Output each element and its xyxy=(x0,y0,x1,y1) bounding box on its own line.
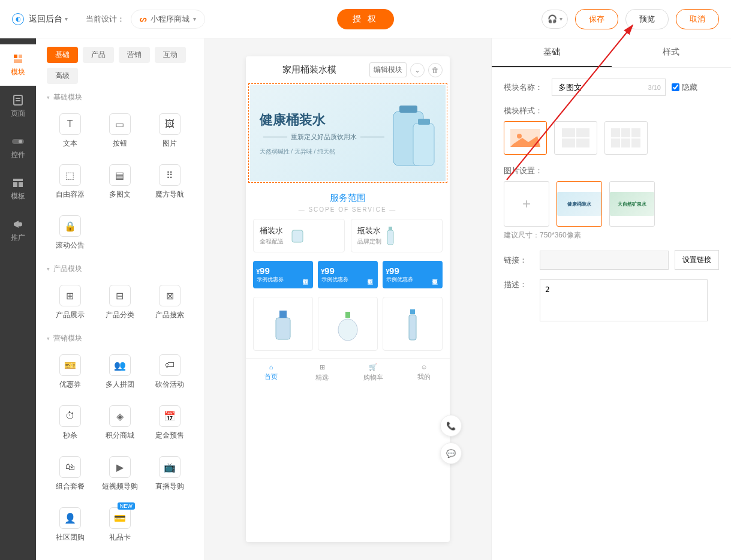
mod-bargain[interactable]: 🏷砍价活动 xyxy=(147,348,193,396)
coupon[interactable]: ¥99示例优惠券立即领取 xyxy=(383,261,443,288)
cat-tab-advanced[interactable]: 高级 xyxy=(47,68,78,84)
button-icon: ▭ xyxy=(109,113,131,135)
svg-rect-22 xyxy=(409,315,416,340)
back-link[interactable]: 返回后台 ▾ xyxy=(29,14,68,25)
authorize-button[interactable]: 授 权 xyxy=(337,9,395,29)
phone-float-button[interactable]: 📞 xyxy=(440,415,462,436)
image-thumb-2[interactable]: 大自然矿泉水 xyxy=(609,181,655,227)
cancel-button[interactable]: 取消 xyxy=(676,9,719,29)
service-card[interactable]: 瓶装水品牌定制 xyxy=(351,219,443,252)
logo-icon: ◐ xyxy=(12,13,24,25)
product-card[interactable] xyxy=(253,297,313,351)
mod-image[interactable]: 🖼图片 xyxy=(147,107,193,155)
selected-module[interactable]: 健康桶装水 重新定义好品质饮用水 天然弱碱性 / 无异味 / 纯天然 xyxy=(248,83,447,183)
hide-checkbox-input[interactable] xyxy=(672,83,679,91)
mod-coupon[interactable]: 🎫优惠券 xyxy=(47,348,93,396)
category-icon: ⊟ xyxy=(109,285,131,306)
thumb-preview: 健康桶装水 xyxy=(557,192,601,216)
svg-rect-30 xyxy=(611,128,620,137)
desc-textarea[interactable] xyxy=(540,279,708,321)
mod-points[interactable]: ◈积分商城 xyxy=(97,399,143,447)
rail-page[interactable]: 页面 xyxy=(0,86,36,127)
mod-live[interactable]: 📺直播导购 xyxy=(147,450,193,498)
tab-profile[interactable]: ☺我的 xyxy=(399,359,450,387)
mod-product-search[interactable]: ⊠产品搜索 xyxy=(147,279,193,326)
coupon[interactable]: ¥99示例优惠券立即领取 xyxy=(253,261,313,288)
mod-label: 产品搜索 xyxy=(155,310,184,320)
product-card[interactable] xyxy=(318,297,378,351)
cat-tab-basic[interactable]: 基础 xyxy=(47,47,78,63)
mod-product-cat[interactable]: ⊟产品分类 xyxy=(97,279,143,326)
svg-rect-29 xyxy=(576,139,589,147)
template-icon xyxy=(11,177,25,189)
mod-button[interactable]: ▭按钮 xyxy=(97,107,143,155)
mod-container[interactable]: ⬚自由容器 xyxy=(47,158,93,206)
set-link-button[interactable]: 设置链接 xyxy=(675,250,719,270)
calendar-icon: 📅 xyxy=(159,405,181,427)
banner-text: 健康桶装水 重新定义好品质饮用水 天然弱碱性 / 无异味 / 纯天然 xyxy=(260,111,388,156)
banner-title: 健康桶装水 xyxy=(260,111,388,129)
hide-checkbox[interactable]: 隐藏 xyxy=(672,82,697,93)
mod-text[interactable]: T文本 xyxy=(47,107,93,155)
link-row: 链接： 设置链接 xyxy=(504,250,719,270)
desc-row: 描述： xyxy=(504,279,719,321)
tab-cart[interactable]: 🛒购物车 xyxy=(348,359,399,387)
product-bottle-icon xyxy=(407,306,419,342)
mod-video[interactable]: ▶短视频导购 xyxy=(97,450,143,498)
mod-multi-image[interactable]: ▤多图文 xyxy=(97,158,143,206)
float-buttons: 📞 💬 xyxy=(440,415,462,464)
add-image-button[interactable]: + xyxy=(504,181,549,227)
rail-widget[interactable]: 控件 xyxy=(0,127,36,168)
prop-tab-basic[interactable]: 基础 xyxy=(492,38,612,67)
cat-tab-marketing[interactable]: 营销 xyxy=(119,47,150,63)
mod-seckill[interactable]: ⏱秒杀 xyxy=(47,399,93,447)
section-basic-title: 基础模块 xyxy=(47,92,193,103)
cat-tab-product[interactable]: 产品 xyxy=(83,47,114,63)
svg-rect-8 xyxy=(13,179,23,181)
image-thumb-1[interactable]: 健康桶装水 xyxy=(556,181,602,227)
delete-button[interactable]: 🗑 xyxy=(428,63,443,77)
widget-icon xyxy=(11,136,25,147)
service-card[interactable]: 桶装水全程配送 xyxy=(253,219,345,252)
rail-label: 控件 xyxy=(11,150,25,160)
mod-product-show[interactable]: ⊞产品展示 xyxy=(47,279,93,326)
down-arrow-button[interactable]: ⌄ xyxy=(410,63,425,77)
timer-icon: ⏱ xyxy=(59,405,81,427)
cat-tab-interact[interactable]: 互动 xyxy=(155,47,186,63)
coupon[interactable]: ¥99示例优惠券立即领取 xyxy=(318,261,378,288)
style-opt-grid6[interactable] xyxy=(604,121,648,155)
mod-combo[interactable]: 🛍组合套餐 xyxy=(47,450,93,498)
save-button[interactable]: 保存 xyxy=(575,9,618,29)
product-bottle-icon xyxy=(336,306,360,342)
style-opt-single[interactable] xyxy=(504,121,547,155)
bottle-icon xyxy=(386,225,395,246)
tab-home[interactable]: ⌂首页 xyxy=(246,359,297,387)
group-icon: 👥 xyxy=(109,354,131,376)
style-opt-grid4[interactable] xyxy=(554,121,597,155)
design-selector[interactable]: ᔕ 小程序商城 ▾ xyxy=(131,10,205,29)
coupon-icon: 🎫 xyxy=(59,354,81,376)
tab-featured[interactable]: ⊞精选 xyxy=(297,359,348,387)
rail-promote[interactable]: 推广 xyxy=(0,210,36,251)
product-card[interactable] xyxy=(383,297,443,351)
preview-button[interactable]: 预览 xyxy=(625,9,669,29)
mod-presale[interactable]: 📅定金预售 xyxy=(147,399,193,447)
mod-notice[interactable]: 🔒滚动公告 xyxy=(47,209,93,257)
headset-button[interactable]: 🎧 ▾ xyxy=(542,10,568,29)
mod-magic-nav[interactable]: ⠿魔方导航 xyxy=(147,158,193,206)
svg-rect-14 xyxy=(418,119,430,125)
link-input[interactable] xyxy=(540,251,669,270)
wechat-float-button[interactable]: 💬 xyxy=(440,442,462,464)
mod-community[interactable]: 👤社区团购 xyxy=(47,501,93,549)
mod-gift-card[interactable]: NEW💳礼品卡 xyxy=(97,501,143,549)
mod-label: 定金预售 xyxy=(155,430,184,441)
svg-rect-16 xyxy=(387,230,393,245)
svg-rect-28 xyxy=(562,139,575,147)
image-icon: 🖼 xyxy=(159,113,181,135)
mod-group[interactable]: 👥多人拼团 xyxy=(97,348,143,396)
left-rail: 模块 页面 控件 模板 推广 xyxy=(0,38,36,560)
rail-template[interactable]: 模板 xyxy=(0,168,36,210)
edit-module-button[interactable]: 编辑模块 xyxy=(369,62,407,77)
prop-tab-style[interactable]: 样式 xyxy=(612,38,732,67)
rail-modules[interactable]: 模块 xyxy=(0,44,36,86)
